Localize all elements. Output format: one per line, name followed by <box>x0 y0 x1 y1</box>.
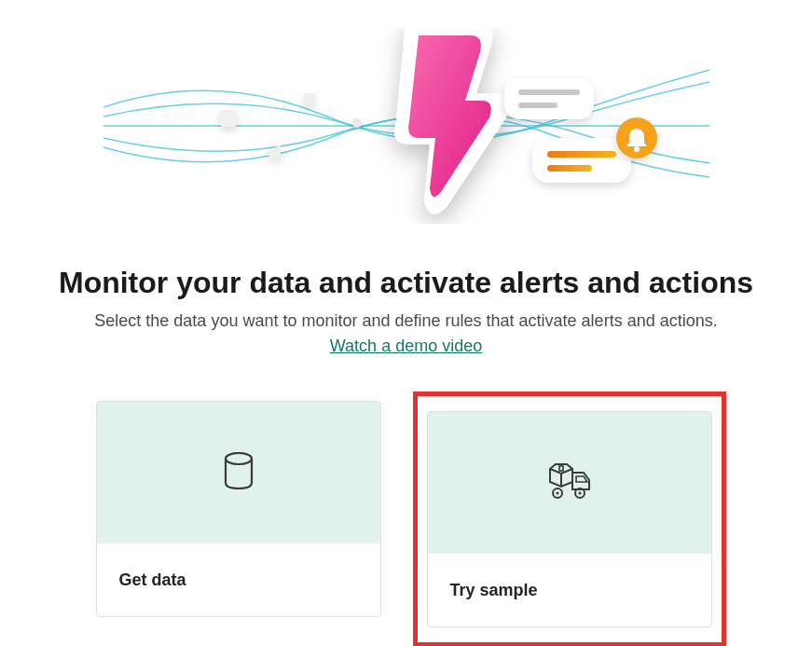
card-label: Try sample <box>428 554 711 626</box>
database-icon <box>223 452 255 493</box>
card-icon-area <box>428 412 711 554</box>
svg-rect-8 <box>547 165 592 172</box>
watch-demo-video-link[interactable]: Watch a demo video <box>330 337 482 356</box>
truck-delivery-icon <box>546 461 593 504</box>
svg-point-16 <box>578 492 581 495</box>
hero-illustration <box>103 28 709 224</box>
svg-rect-7 <box>547 151 616 158</box>
try-sample-card[interactable]: Try sample <box>427 411 712 627</box>
svg-rect-4 <box>518 89 580 95</box>
svg-rect-6 <box>532 138 631 183</box>
cards-container: Get data <box>37 392 775 646</box>
page-title: Monitor your data and activate alerts an… <box>37 266 775 300</box>
svg-point-14 <box>556 492 558 495</box>
card-label: Get data <box>97 543 380 616</box>
svg-rect-0 <box>220 110 237 127</box>
card-wrapper-get-data: Get data <box>87 392 391 646</box>
card-wrapper-try-sample-highlighted: Try sample <box>413 392 726 646</box>
svg-rect-12 <box>559 466 563 471</box>
page-subtitle: Select the data you want to monitor and … <box>37 311 775 331</box>
svg-rect-3 <box>504 78 594 119</box>
svg-point-2 <box>352 118 362 128</box>
get-data-card[interactable]: Get data <box>96 401 381 617</box>
svg-point-11 <box>226 453 252 464</box>
content-area: Monitor your data and activate alerts an… <box>0 266 812 646</box>
card-icon-area <box>97 402 380 543</box>
svg-rect-5 <box>518 103 557 108</box>
svg-rect-1 <box>304 93 315 104</box>
svg-point-10 <box>634 146 640 152</box>
